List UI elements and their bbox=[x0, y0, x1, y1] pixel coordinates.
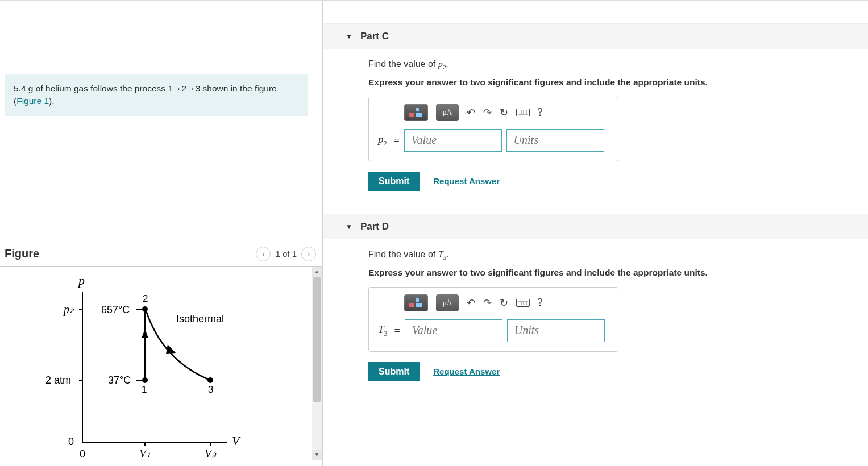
redo-icon[interactable]: ↷ bbox=[483, 106, 492, 119]
scroll-up-icon[interactable]: ▲ bbox=[312, 267, 322, 277]
help-icon[interactable]: ? bbox=[538, 296, 543, 309]
part-c-prompt-suffix: . bbox=[446, 59, 448, 69]
templates-button[interactable] bbox=[404, 294, 428, 311]
label-point1: 1 bbox=[142, 384, 147, 395]
units-btn-label: µÅ bbox=[443, 108, 452, 117]
part-d-request-answer-link[interactable]: Request Answer bbox=[433, 367, 500, 376]
svg-marker-7 bbox=[142, 329, 148, 338]
svg-point-9 bbox=[142, 377, 148, 383]
part-d: ▼ Part D Find the value of T3. Express y… bbox=[323, 214, 868, 381]
part-d-header[interactable]: ▼ Part D bbox=[323, 214, 868, 239]
svg-rect-14 bbox=[409, 113, 414, 117]
part-c-var: p bbox=[438, 59, 443, 69]
part-c-value-input[interactable] bbox=[404, 129, 502, 152]
label-657c: 657°C bbox=[101, 304, 130, 315]
help-icon[interactable]: ? bbox=[538, 106, 543, 119]
figure-next-button[interactable]: › bbox=[301, 247, 316, 261]
figure-header: Figure ‹ 1 of 1 › bbox=[0, 247, 322, 267]
redo-icon[interactable]: ↷ bbox=[483, 297, 492, 309]
figure-scrollbar[interactable]: ▲ ▼ bbox=[312, 267, 322, 460]
figure-title: Figure bbox=[5, 247, 39, 260]
part-d-instructions: Express your answer to two significant f… bbox=[368, 267, 845, 279]
templates-button[interactable] bbox=[404, 104, 428, 121]
part-c-request-answer-link[interactable]: Request Answer bbox=[433, 176, 500, 186]
reset-icon[interactable]: ↻ bbox=[500, 297, 508, 309]
keyboard-icon[interactable] bbox=[516, 299, 530, 307]
label-isothermal: Isothermal bbox=[176, 313, 224, 324]
figure-pager: ‹ 1 of 1 › bbox=[256, 247, 316, 261]
part-c-var-label: p2 bbox=[377, 133, 389, 148]
svg-rect-19 bbox=[416, 303, 422, 307]
part-c-header[interactable]: ▼ Part C bbox=[323, 23, 868, 49]
svg-rect-18 bbox=[416, 298, 419, 302]
equals-sign: = bbox=[394, 135, 400, 146]
label-v1: V₁ bbox=[139, 447, 151, 460]
svg-rect-17 bbox=[409, 303, 414, 307]
svg-rect-15 bbox=[416, 108, 419, 111]
figure-prev-button[interactable]: ‹ bbox=[256, 247, 271, 261]
part-c-title: Part C bbox=[360, 31, 389, 42]
answer-toolbar: µÅ ↶ ↷ ↻ ? bbox=[404, 294, 610, 311]
units-symbols-button[interactable]: µÅ bbox=[436, 294, 459, 311]
part-d-prompt-prefix: Find the value of bbox=[368, 249, 438, 259]
part-d-answer-box: µÅ ↶ ↷ ↻ ? T3 = bbox=[368, 287, 618, 352]
undo-icon[interactable]: ↶ bbox=[467, 297, 475, 309]
part-d-value-input[interactable] bbox=[405, 319, 502, 342]
part-d-prompt: Find the value of T3. bbox=[368, 249, 845, 261]
label-point3: 3 bbox=[208, 384, 213, 395]
figure-body: p V p₂ 2 atm 0 0 V₁ V₃ 657°C 37°C 1 2 3 … bbox=[0, 267, 322, 460]
right-pane: ▼ Part C Find the value of p2. Express y… bbox=[323, 1, 868, 466]
collapse-caret-icon: ▼ bbox=[346, 32, 352, 40]
label-zero-x: 0 bbox=[80, 448, 85, 460]
units-btn-label: µÅ bbox=[443, 298, 452, 307]
part-d-units-input[interactable] bbox=[507, 319, 605, 342]
scroll-thumb[interactable] bbox=[313, 277, 321, 402]
part-c-prompt: Find the value of p2. bbox=[368, 59, 845, 70]
reset-icon[interactable]: ↻ bbox=[500, 106, 508, 119]
label-v3: V₃ bbox=[205, 447, 217, 460]
part-c-submit-button[interactable]: Submit bbox=[368, 172, 420, 191]
undo-icon[interactable]: ↶ bbox=[467, 106, 475, 119]
label-y-axis: p bbox=[77, 273, 85, 288]
part-d-submit-button[interactable]: Submit bbox=[368, 362, 420, 381]
problem-statement: 5.4 g of helium gas follows the process … bbox=[5, 74, 308, 116]
svg-marker-8 bbox=[166, 344, 176, 354]
scroll-down-icon[interactable]: ▼ bbox=[312, 450, 322, 460]
part-c-answer-box: µÅ ↶ ↷ ↻ ? p2 = bbox=[368, 97, 618, 161]
part-c-prompt-prefix: Find the value of bbox=[368, 59, 438, 69]
label-2atm: 2 atm bbox=[45, 375, 71, 386]
part-c: ▼ Part C Find the value of p2. Express y… bbox=[323, 23, 868, 191]
label-p2: p₂ bbox=[63, 303, 74, 316]
svg-point-11 bbox=[207, 377, 213, 383]
part-c-instructions: Express your answer to two significant f… bbox=[368, 76, 845, 89]
part-d-var-label: T3 bbox=[377, 323, 390, 338]
equals-sign: = bbox=[394, 325, 400, 336]
part-c-units-input[interactable] bbox=[506, 129, 604, 152]
figure-image: p V p₂ 2 atm 0 0 V₁ V₃ 657°C 37°C 1 2 3 … bbox=[0, 267, 312, 460]
label-zero-y: 0 bbox=[68, 436, 74, 447]
part-d-prompt-suffix: . bbox=[446, 249, 448, 259]
collapse-caret-icon: ▼ bbox=[346, 223, 352, 231]
svg-point-10 bbox=[142, 306, 148, 312]
part-d-title: Part D bbox=[360, 221, 389, 232]
part-d-var: T bbox=[438, 249, 443, 259]
label-37c: 37°C bbox=[108, 375, 131, 386]
label-point2: 2 bbox=[143, 293, 148, 304]
figure-pager-text: 1 of 1 bbox=[275, 249, 297, 259]
figure-link[interactable]: Figure 1 bbox=[16, 96, 49, 106]
label-x-axis: V bbox=[232, 434, 241, 448]
answer-toolbar: µÅ ↶ ↷ ↻ ? bbox=[404, 104, 610, 121]
svg-rect-16 bbox=[416, 113, 422, 117]
problem-text-suffix: ). bbox=[49, 96, 54, 106]
keyboard-icon[interactable] bbox=[516, 109, 530, 116]
left-pane: 5.4 g of helium gas follows the process … bbox=[0, 1, 323, 466]
units-symbols-button[interactable]: µÅ bbox=[436, 104, 459, 121]
